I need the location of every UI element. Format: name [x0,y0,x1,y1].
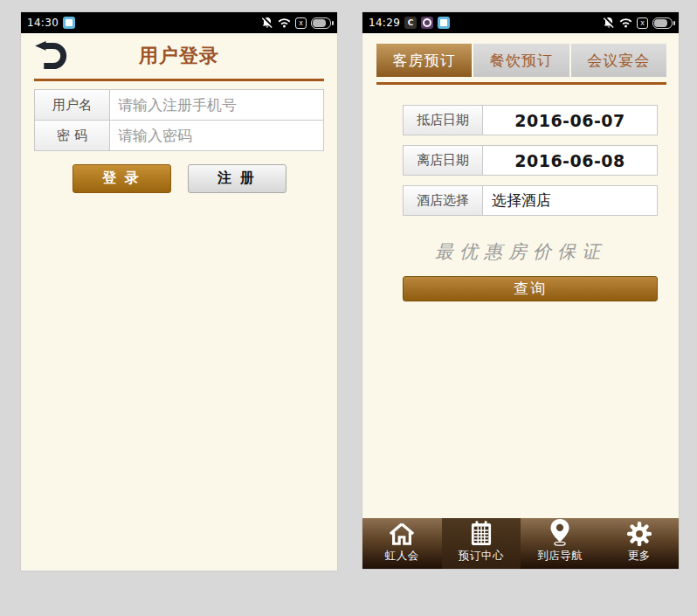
hotel-select-row[interactable]: 酒店选择 选择酒店 [403,185,658,216]
screenshot-canvas: 14:30 x 用户登录 [0,0,697,616]
sim-missing-icon: x [637,17,648,29]
checkout-date-value: 2016-06-08 [483,146,657,175]
login-button[interactable]: 登 录 [72,164,171,193]
blue-app-icon [438,17,450,29]
header-divider [34,79,324,81]
tabs-divider [376,82,666,85]
best-price-slogan: 最优惠房价保证 [362,239,679,264]
bottom-nav: 虹人会 预订中心 到店导航 更多 [362,518,679,569]
mute-icon [261,17,273,29]
blue-app-icon [63,17,75,29]
wifi-icon [278,17,291,28]
back-button[interactable] [33,41,68,73]
checkin-date-value: 2016-06-07 [483,106,657,135]
checkin-date-label: 抵店日期 [404,106,483,135]
login-form: 用户名 密 码 [34,89,324,151]
checkout-date-row[interactable]: 离店日期 2016-06-08 [403,145,658,176]
status-time: 14:29 [369,17,400,29]
nav-item-membership[interactable]: 虹人会 [362,518,442,569]
password-label: 密 码 [35,121,110,150]
nav-item-booking-center[interactable]: 预订中心 [442,518,521,569]
checkout-date-label: 离店日期 [404,146,483,175]
tab-dining-booking[interactable]: 餐饮预订 [473,44,569,77]
username-label: 用户名 [35,90,110,120]
hotel-select-value: 选择酒店 [483,186,657,215]
tab-room-booking[interactable]: 客房预订 [376,44,472,77]
tab-meeting-banquet[interactable]: 会议宴会 [571,44,666,77]
status-time: 14:30 [27,17,59,29]
back-arrow-icon [34,60,67,73]
username-input[interactable] [110,90,323,120]
nav-item-navigation[interactable]: 到店导航 [521,518,600,569]
booking-tabs: 客房预订 餐饮预订 会议宴会 [376,44,666,77]
battery-icon [652,17,673,29]
gear-icon [627,520,652,546]
purple-app-icon [421,17,433,29]
login-screen: 14:30 x 用户登录 [21,12,337,571]
password-input[interactable] [110,121,323,150]
status-bar: 14:30 x [21,12,337,33]
search-button[interactable]: 查询 [403,276,658,301]
login-header: 用户登录 [21,33,337,79]
username-row: 用户名 [35,90,323,120]
home-icon [389,520,415,546]
register-button[interactable]: 注 册 [188,164,286,193]
battery-icon [311,17,331,29]
hotel-select-label: 酒店选择 [404,186,483,215]
location-pin-icon [549,520,570,546]
wifi-icon [619,17,632,28]
nav-item-more[interactable]: 更多 [600,518,680,569]
mute-icon [603,17,615,29]
password-row: 密 码 [35,120,323,150]
status-bar: 14:29 C x [362,12,679,33]
booking-form: 抵店日期 2016-06-07 离店日期 2016-06-08 酒店选择 选择酒… [403,105,658,216]
sim-missing-icon: x [295,17,307,29]
page-title: 用户登录 [139,43,219,69]
dark-app-icon: C [404,17,417,29]
checkin-date-row[interactable]: 抵店日期 2016-06-07 [403,105,658,135]
booking-screen: 14:29 C x 客房预订 餐饮预订 会议宴会 [362,12,679,569]
booking-icon [471,520,492,546]
